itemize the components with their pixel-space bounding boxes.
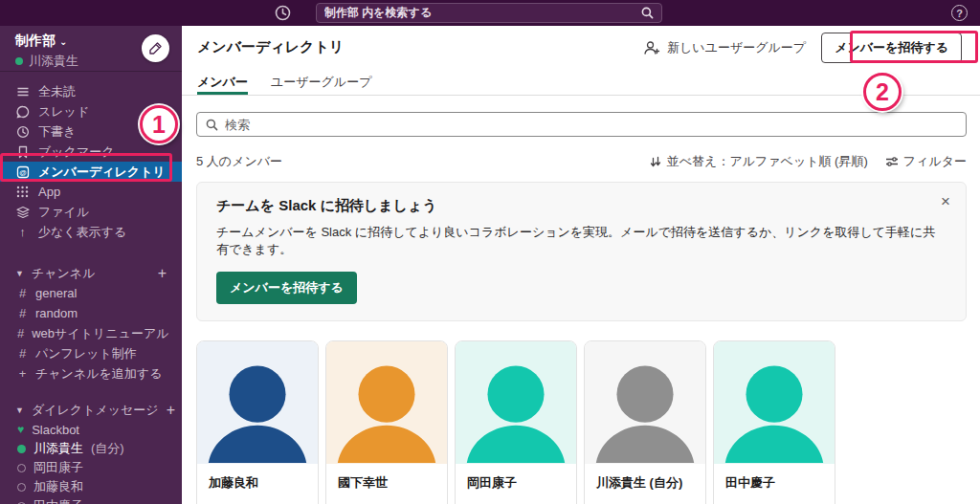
add-channel-item[interactable]: + チャンネルを追加する (0, 363, 182, 383)
compose-button[interactable] (142, 34, 169, 62)
dm-self[interactable]: 川添貴生 (自分) (0, 439, 182, 458)
presence-online-icon (17, 445, 26, 453)
member-name: 田中慶子 (714, 464, 835, 502)
heart-presence-icon: ♥ (17, 426, 24, 434)
search-icon (641, 7, 654, 19)
channels-section-header[interactable]: ▼ チャンネル + (0, 263, 182, 283)
sidebar-item-all-unreads[interactable]: 全未読 (0, 81, 182, 101)
member-cards: 加藤良和 國下幸世 岡田康子 川添貴生 (自分) (196, 340, 967, 504)
dm-label: 田中慶子 (33, 497, 83, 504)
sidebar-item-drafts[interactable]: 下書き (0, 121, 182, 142)
member-card[interactable]: 岡田康子 (455, 340, 577, 504)
member-card[interactable]: 田中慶子 (713, 340, 835, 504)
global-search-bar[interactable]: 制作部 内を検索する (316, 3, 662, 23)
tab-members[interactable]: メンバー (197, 69, 248, 95)
presence-online-icon (15, 57, 23, 65)
sidebar-nav: 全未読 スレッド 下書き ブックマーク @ メンバーディレクトリ App ファイ… (0, 72, 182, 242)
help-icon[interactable]: ? (951, 5, 968, 21)
banner-invite-button[interactable]: メンバーを招待する (216, 272, 357, 304)
new-user-group-button[interactable]: 新しいユーザーグループ (643, 39, 806, 56)
list-controls: 並べ替え：アルファベット順 (昇順) フィルター (649, 153, 967, 170)
arrow-up-icon: ↑ (15, 225, 30, 239)
filter-label: フィルター (903, 153, 967, 170)
member-search-field[interactable] (196, 112, 967, 137)
member-name: 川添貴生 (自分) (585, 464, 705, 502)
page-title: メンバーディレクトリ (197, 38, 344, 56)
avatar (714, 341, 835, 464)
add-channel-plus-icon[interactable]: + (158, 265, 167, 282)
search-icon (206, 119, 218, 131)
tab-user-groups[interactable]: ユーザーグループ (271, 69, 372, 95)
caret-down-icon: ▼ (15, 405, 24, 415)
member-card[interactable]: 國下幸世 (325, 340, 448, 504)
dm-label: 岡田康子 (33, 459, 83, 476)
sidebar-item-show-less[interactable]: ↑ 少なく表示する (0, 222, 182, 242)
sidebar-item-threads[interactable]: スレッド (0, 101, 182, 121)
add-channel-label: チャンネルを追加する (35, 365, 162, 383)
chevron-down-icon: ⌄ (59, 36, 67, 47)
sort-arrows-icon (649, 155, 662, 168)
member-name: 國下幸世 (326, 464, 447, 502)
dm-okada[interactable]: 岡田康子 (0, 458, 182, 477)
channel-random[interactable]: # random (0, 303, 182, 323)
presence-offline-icon (17, 483, 26, 492)
dm-section-header[interactable]: ▼ ダイレクトメッセージ + (0, 400, 182, 420)
sidebar-item-member-directory[interactable]: @ メンバーディレクトリ (0, 162, 182, 182)
avatar (197, 341, 318, 464)
clock-icon (15, 124, 30, 139)
workspace-header: 制作部 ⌄ 川添貴生 (0, 26, 182, 72)
add-dm-plus-icon[interactable]: + (167, 402, 175, 419)
channel-label: general (35, 286, 77, 300)
sidebar-item-bookmarks[interactable]: ブックマーク (0, 142, 182, 162)
dm-slackbot[interactable]: ♥ Slackbot (0, 420, 182, 439)
lines-icon (15, 84, 30, 99)
sort-label: 並べ替え：アルファベット順 (昇順) (667, 153, 868, 170)
member-count: 5 人のメンバー (196, 153, 282, 170)
bookmark-icon (15, 144, 30, 159)
invite-members-button[interactable]: メンバーを招待する (821, 33, 962, 63)
sidebar-item-files[interactable]: ファイル (0, 202, 182, 222)
hash-icon: # (17, 306, 28, 320)
directory-header: メンバーディレクトリ 新しいユーザーグループ メンバーを招待する (182, 26, 980, 69)
directory-content: 5 人のメンバー 並べ替え：アルファベット順 (昇順) フィルター チームを S… (182, 96, 980, 504)
caret-down-icon: ▼ (15, 269, 24, 278)
apps-grid-icon (15, 185, 30, 199)
svg-text:@: @ (19, 167, 26, 176)
sidebar: 制作部 ⌄ 川添貴生 全未読 スレッド 下書き ブックマーク @ (0, 26, 182, 504)
directory-icon: @ (15, 164, 30, 179)
avatar (585, 341, 705, 464)
header-actions: 新しいユーザーグループ メンバーを招待する (643, 33, 970, 63)
sidebar-item-label: メンバーディレクトリ (38, 164, 166, 181)
channel-label: random (35, 306, 78, 320)
close-icon[interactable]: × (941, 193, 950, 209)
hash-icon: # (17, 346, 28, 361)
channel-label: パンフレット制作 (35, 345, 137, 362)
sort-control[interactable]: 並べ替え：アルファベット順 (昇順) (649, 153, 868, 170)
presence-offline-icon (17, 464, 26, 472)
thread-icon (15, 104, 30, 119)
sidebar-item-label: スレッド (38, 103, 89, 121)
history-clock-icon[interactable] (274, 4, 292, 22)
member-search-input[interactable] (225, 118, 957, 132)
filter-control[interactable]: フィルター (885, 153, 967, 170)
channel-web-renewal[interactable]: # webサイトリニューアル (0, 323, 182, 343)
dm-tanaka-clipped[interactable]: 田中慶子 (0, 496, 182, 504)
sidebar-item-label: 下書き (38, 123, 76, 141)
main-panel: メンバーディレクトリ 新しいユーザーグループ メンバーを招待する メンバー ユー… (182, 26, 980, 504)
plus-icon: + (17, 366, 28, 381)
filter-sliders-icon (885, 155, 899, 168)
channel-general[interactable]: # general (0, 283, 182, 303)
global-search-placeholder: 制作部 内を検索する (324, 5, 641, 21)
channel-pamphlet[interactable]: # パンフレット制作 (0, 343, 182, 363)
dm-self-suffix: (自分) (91, 440, 124, 457)
member-card[interactable]: 川添貴生 (自分) (584, 340, 706, 504)
sidebar-item-apps[interactable]: App (0, 182, 182, 202)
dm-header-label: ダイレクトメッセージ (32, 402, 159, 419)
banner-body: チームメンバーを Slack に招待してより良いコラボレーションを実現。メールで… (216, 224, 947, 258)
dm-label: 加藤良和 (33, 478, 83, 495)
member-card[interactable]: 加藤良和 (196, 340, 319, 504)
sidebar-item-label: App (38, 185, 60, 199)
invite-banner: チームを Slack に招待しましょう チームメンバーを Slack に招待して… (196, 182, 967, 321)
pencil-icon (148, 41, 163, 55)
dm-kato[interactable]: 加藤良和 (0, 477, 182, 496)
